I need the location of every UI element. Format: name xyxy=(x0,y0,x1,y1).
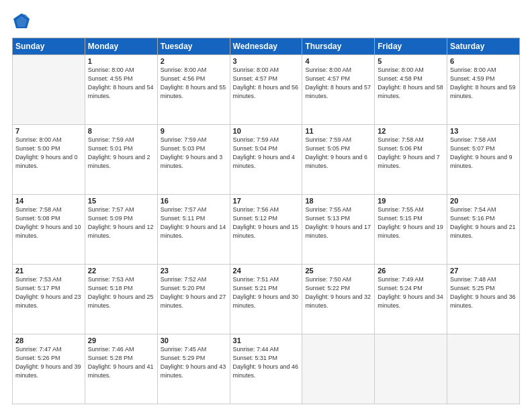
calendar-cell: 15Sunrise: 7:57 AMSunset: 5:09 PMDayligh… xyxy=(85,195,157,265)
calendar-cell: 7Sunrise: 8:00 AMSunset: 5:00 PMDaylight… xyxy=(13,125,85,195)
day-info: Sunrise: 7:47 AMSunset: 5:26 PMDaylight:… xyxy=(15,345,82,380)
logo-icon xyxy=(12,12,31,31)
day-info: Sunrise: 7:55 AMSunset: 5:15 PMDaylight:… xyxy=(378,205,444,240)
weekday-header-row: SundayMondayTuesdayWednesdayThursdayFrid… xyxy=(13,38,520,55)
calendar-cell xyxy=(13,55,85,125)
calendar-cell: 13Sunrise: 7:58 AMSunset: 5:07 PMDayligh… xyxy=(447,125,520,195)
day-number: 19 xyxy=(378,197,444,205)
day-number: 15 xyxy=(88,197,154,205)
day-number: 12 xyxy=(378,127,444,135)
day-number: 5 xyxy=(378,57,444,65)
day-info: Sunrise: 7:49 AMSunset: 5:24 PMDaylight:… xyxy=(378,275,444,310)
day-number: 10 xyxy=(233,127,300,135)
calendar-cell xyxy=(375,334,447,404)
day-info: Sunrise: 7:58 AMSunset: 5:06 PMDaylight:… xyxy=(378,136,444,171)
calendar-cell: 14Sunrise: 7:58 AMSunset: 5:08 PMDayligh… xyxy=(13,195,85,265)
day-number: 7 xyxy=(15,127,82,135)
day-info: Sunrise: 7:52 AMSunset: 5:20 PMDaylight:… xyxy=(161,275,227,310)
calendar-week-5: 28Sunrise: 7:47 AMSunset: 5:26 PMDayligh… xyxy=(13,334,520,404)
day-number: 22 xyxy=(88,267,154,275)
day-info: Sunrise: 8:00 AMSunset: 4:59 PMDaylight:… xyxy=(450,66,517,101)
day-number: 25 xyxy=(305,267,371,275)
day-number: 6 xyxy=(450,57,517,65)
calendar-cell: 4Sunrise: 8:00 AMSunset: 4:57 PMDaylight… xyxy=(302,55,375,125)
calendar-cell: 31Sunrise: 7:44 AMSunset: 5:31 PMDayligh… xyxy=(230,334,302,404)
day-number: 21 xyxy=(15,267,82,275)
weekday-header-friday: Friday xyxy=(375,38,447,55)
day-number: 14 xyxy=(15,197,82,205)
calendar-week-4: 21Sunrise: 7:53 AMSunset: 5:17 PMDayligh… xyxy=(13,265,520,334)
day-info: Sunrise: 7:57 AMSunset: 5:09 PMDaylight:… xyxy=(88,205,154,240)
day-number: 11 xyxy=(305,127,371,135)
header xyxy=(12,12,520,31)
day-number: 1 xyxy=(88,57,154,65)
day-info: Sunrise: 8:00 AMSunset: 4:56 PMDaylight:… xyxy=(161,66,227,101)
calendar-cell: 21Sunrise: 7:53 AMSunset: 5:17 PMDayligh… xyxy=(13,265,85,334)
weekday-header-saturday: Saturday xyxy=(447,38,520,55)
day-number: 23 xyxy=(161,267,227,275)
day-info: Sunrise: 7:59 AMSunset: 5:05 PMDaylight:… xyxy=(305,136,371,171)
calendar-cell: 10Sunrise: 7:59 AMSunset: 5:04 PMDayligh… xyxy=(230,125,302,195)
day-info: Sunrise: 8:00 AMSunset: 4:55 PMDaylight:… xyxy=(88,66,154,101)
day-number: 26 xyxy=(378,267,444,275)
day-number: 17 xyxy=(233,197,300,205)
day-info: Sunrise: 7:57 AMSunset: 5:11 PMDaylight:… xyxy=(161,205,227,240)
day-number: 3 xyxy=(233,57,300,65)
calendar-week-3: 14Sunrise: 7:58 AMSunset: 5:08 PMDayligh… xyxy=(13,195,520,265)
calendar-cell: 18Sunrise: 7:55 AMSunset: 5:13 PMDayligh… xyxy=(302,195,375,265)
day-info: Sunrise: 7:44 AMSunset: 5:31 PMDaylight:… xyxy=(233,345,300,380)
day-info: Sunrise: 7:53 AMSunset: 5:17 PMDaylight:… xyxy=(15,275,82,310)
calendar-cell: 3Sunrise: 8:00 AMSunset: 4:57 PMDaylight… xyxy=(230,55,302,125)
weekday-header-monday: Monday xyxy=(85,38,157,55)
calendar-cell: 29Sunrise: 7:46 AMSunset: 5:28 PMDayligh… xyxy=(85,334,157,404)
day-info: Sunrise: 7:51 AMSunset: 5:21 PMDaylight:… xyxy=(233,275,300,310)
day-number: 27 xyxy=(450,267,517,275)
day-info: Sunrise: 7:58 AMSunset: 5:08 PMDaylight:… xyxy=(15,205,82,240)
calendar-cell: 30Sunrise: 7:45 AMSunset: 5:29 PMDayligh… xyxy=(157,334,230,404)
calendar-cell: 28Sunrise: 7:47 AMSunset: 5:26 PMDayligh… xyxy=(13,334,85,404)
day-number: 16 xyxy=(161,197,227,205)
day-info: Sunrise: 7:58 AMSunset: 5:07 PMDaylight:… xyxy=(450,136,517,171)
weekday-header-tuesday: Tuesday xyxy=(157,38,230,55)
day-number: 8 xyxy=(88,127,154,135)
calendar-cell: 11Sunrise: 7:59 AMSunset: 5:05 PMDayligh… xyxy=(302,125,375,195)
day-info: Sunrise: 7:55 AMSunset: 5:13 PMDaylight:… xyxy=(305,205,371,240)
calendar-cell: 9Sunrise: 7:59 AMSunset: 5:03 PMDaylight… xyxy=(157,125,230,195)
day-number: 31 xyxy=(233,336,300,345)
calendar-cell: 5Sunrise: 8:00 AMSunset: 4:58 PMDaylight… xyxy=(375,55,447,125)
calendar-cell: 2Sunrise: 8:00 AMSunset: 4:56 PMDaylight… xyxy=(157,55,230,125)
calendar-cell: 1Sunrise: 8:00 AMSunset: 4:55 PMDaylight… xyxy=(85,55,157,125)
day-info: Sunrise: 8:00 AMSunset: 4:57 PMDaylight:… xyxy=(305,66,371,101)
day-info: Sunrise: 7:48 AMSunset: 5:25 PMDaylight:… xyxy=(450,275,517,310)
day-info: Sunrise: 7:50 AMSunset: 5:22 PMDaylight:… xyxy=(305,275,371,310)
calendar-cell: 20Sunrise: 7:54 AMSunset: 5:16 PMDayligh… xyxy=(447,195,520,265)
calendar-cell: 19Sunrise: 7:55 AMSunset: 5:15 PMDayligh… xyxy=(375,195,447,265)
calendar-table: SundayMondayTuesdayWednesdayThursdayFrid… xyxy=(12,38,520,404)
calendar-cell xyxy=(302,334,375,404)
calendar-cell: 6Sunrise: 8:00 AMSunset: 4:59 PMDaylight… xyxy=(447,55,520,125)
day-info: Sunrise: 7:53 AMSunset: 5:18 PMDaylight:… xyxy=(88,275,154,310)
calendar-cell: 26Sunrise: 7:49 AMSunset: 5:24 PMDayligh… xyxy=(375,265,447,334)
weekday-header-thursday: Thursday xyxy=(302,38,375,55)
day-number: 9 xyxy=(161,127,227,135)
day-info: Sunrise: 7:59 AMSunset: 5:01 PMDaylight:… xyxy=(88,136,154,171)
calendar-cell: 12Sunrise: 7:58 AMSunset: 5:06 PMDayligh… xyxy=(375,125,447,195)
day-number: 18 xyxy=(305,197,371,205)
calendar-cell: 24Sunrise: 7:51 AMSunset: 5:21 PMDayligh… xyxy=(230,265,302,334)
day-number: 2 xyxy=(161,57,227,65)
calendar-cell: 27Sunrise: 7:48 AMSunset: 5:25 PMDayligh… xyxy=(447,265,520,334)
calendar-cell: 8Sunrise: 7:59 AMSunset: 5:01 PMDaylight… xyxy=(85,125,157,195)
calendar-cell: 25Sunrise: 7:50 AMSunset: 5:22 PMDayligh… xyxy=(302,265,375,334)
weekday-header-sunday: Sunday xyxy=(13,38,85,55)
calendar-cell: 23Sunrise: 7:52 AMSunset: 5:20 PMDayligh… xyxy=(157,265,230,334)
day-number: 13 xyxy=(450,127,517,135)
page: SundayMondayTuesdayWednesdayThursdayFrid… xyxy=(0,0,532,411)
calendar-cell: 17Sunrise: 7:56 AMSunset: 5:12 PMDayligh… xyxy=(230,195,302,265)
day-info: Sunrise: 8:00 AMSunset: 4:58 PMDaylight:… xyxy=(378,66,444,101)
day-number: 4 xyxy=(305,57,371,65)
day-info: Sunrise: 7:54 AMSunset: 5:16 PMDaylight:… xyxy=(450,205,517,240)
calendar-cell xyxy=(447,334,520,404)
day-info: Sunrise: 7:46 AMSunset: 5:28 PMDaylight:… xyxy=(88,345,154,380)
calendar-week-1: 1Sunrise: 8:00 AMSunset: 4:55 PMDaylight… xyxy=(13,55,520,125)
day-info: Sunrise: 7:45 AMSunset: 5:29 PMDaylight:… xyxy=(161,345,227,380)
